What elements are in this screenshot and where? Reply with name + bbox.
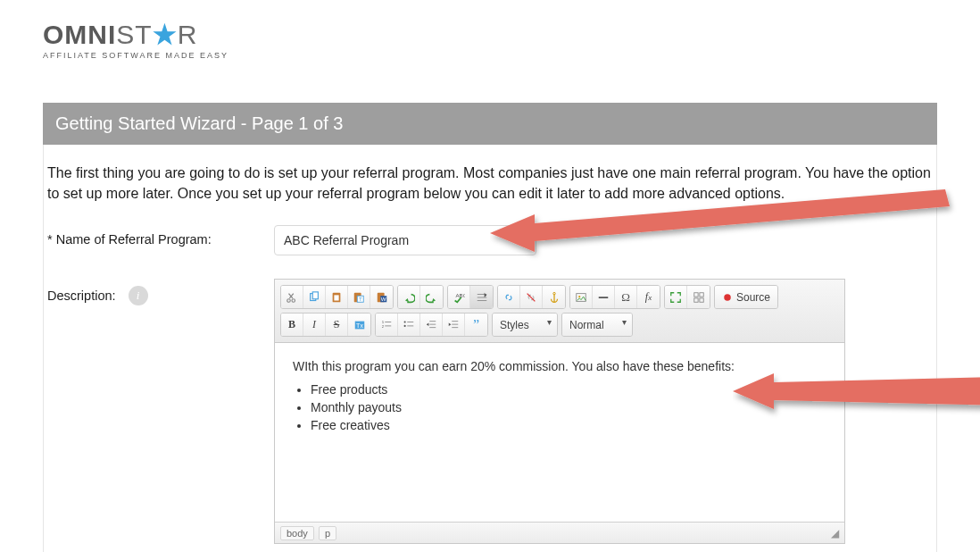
copy-button[interactable] (303, 286, 326, 308)
bold-button[interactable]: B (281, 314, 303, 336)
svg-rect-21 (693, 298, 697, 302)
link-button[interactable] (498, 286, 520, 308)
spellcheck-button[interactable]: ABC (448, 286, 470, 308)
paste-text-button[interactable]: T (348, 286, 370, 308)
logo-tagline: AFFILIATE SOFTWARE MADE EASY (43, 51, 980, 60)
editor-toolbar: T W ABC (275, 280, 844, 343)
list-item: Free creatives (311, 418, 826, 432)
source-button-label: Source (736, 291, 770, 304)
label-description: Description: i (47, 279, 274, 305)
horizontal-rule-button[interactable] (593, 286, 615, 308)
svg-rect-22 (699, 298, 702, 302)
wizard-panel: The first thing you are going to do is s… (43, 145, 937, 552)
svg-rect-19 (693, 293, 697, 297)
unlink-button[interactable] (520, 286, 543, 308)
source-button[interactable]: Source (715, 286, 777, 308)
svg-text:2: 2 (382, 324, 385, 329)
svg-rect-11 (380, 296, 386, 302)
svg-text:Tx: Tx (356, 322, 363, 329)
logo-pre: OMNI (43, 20, 116, 49)
svg-rect-3 (311, 294, 316, 301)
svg-rect-5 (333, 293, 341, 303)
rich-text-editor: T W ABC (274, 279, 845, 544)
input-program-name[interactable] (274, 225, 536, 255)
svg-text:W: W (380, 295, 386, 301)
list-item: Monthly payouts (311, 400, 826, 414)
row-description: Description: i T W (44, 273, 936, 552)
spellcheck-options-button[interactable] (470, 286, 493, 308)
editor-benefits-list: Free products Monthly payouts Free creat… (311, 382, 826, 432)
anchor-button[interactable] (543, 286, 565, 308)
show-blocks-button[interactable] (687, 286, 710, 308)
svg-point-31 (404, 325, 406, 327)
svg-rect-20 (699, 293, 702, 297)
styles-select[interactable]: Styles (493, 314, 557, 336)
editor-paragraph: WIth this program you can earn 20% commi… (293, 359, 826, 373)
blockquote-button[interactable]: ” (465, 314, 487, 336)
strike-button[interactable]: S (326, 314, 348, 336)
svg-rect-16 (577, 294, 586, 302)
remove-format-button[interactable]: Tx (348, 314, 370, 336)
svg-rect-7 (354, 293, 361, 303)
svg-rect-10 (377, 293, 384, 303)
unordered-list-button[interactable] (398, 314, 420, 336)
editor-status-bar: body p ◢ (275, 522, 844, 543)
paste-word-button[interactable]: W (370, 286, 393, 308)
special-char-button[interactable]: Ω (615, 286, 637, 308)
intro-text: The first thing you are going to do is s… (44, 163, 936, 220)
math-button[interactable]: fx (637, 286, 660, 308)
svg-rect-24 (354, 322, 364, 330)
format-select[interactable]: Normal (562, 314, 632, 336)
svg-point-23 (724, 294, 731, 301)
logo-post: R (178, 20, 198, 49)
redo-button[interactable] (420, 286, 443, 308)
maximize-button[interactable] (665, 286, 687, 308)
svg-rect-6 (334, 295, 338, 300)
logo: OMNIST★R AFFILIATE SOFTWARE MADE EASY (0, 0, 980, 69)
row-program-name: * Name of Referral Program: (44, 220, 936, 273)
label-program-name: * Name of Referral Program: (47, 225, 274, 247)
cut-button[interactable] (281, 286, 303, 308)
svg-rect-4 (312, 292, 318, 299)
svg-text:T: T (359, 295, 362, 301)
outdent-button[interactable] (420, 314, 443, 336)
editor-content[interactable]: WIth this program you can earn 20% commi… (275, 343, 844, 522)
resize-grip-icon[interactable]: ◢ (831, 527, 839, 539)
svg-point-15 (552, 292, 555, 295)
svg-rect-8 (357, 296, 363, 302)
ordered-list-button[interactable]: 12 (376, 314, 398, 336)
svg-line-14 (527, 294, 536, 302)
svg-point-30 (404, 321, 406, 322)
undo-button[interactable] (398, 286, 420, 308)
path-body[interactable]: body (280, 526, 314, 540)
wizard-titlebar: Getting Started Wizard - Page 1 of 3 (43, 103, 937, 145)
svg-point-2 (292, 299, 295, 303)
svg-point-17 (578, 296, 580, 297)
image-button[interactable] (570, 286, 593, 308)
list-item: Free products (311, 382, 826, 397)
paste-button[interactable] (326, 286, 348, 308)
svg-point-1 (287, 299, 291, 303)
path-p[interactable]: p (319, 526, 336, 540)
indent-button[interactable] (443, 314, 465, 336)
svg-text:1: 1 (382, 320, 385, 324)
logo-mid: ST (116, 20, 152, 49)
svg-text:ABC: ABC (456, 292, 466, 298)
italic-button[interactable]: I (303, 314, 326, 336)
info-icon[interactable]: i (129, 286, 148, 305)
logo-star: ★ (153, 20, 178, 49)
label-description-text: Description: (47, 289, 116, 303)
format-select-wrap[interactable]: Normal (561, 313, 633, 337)
styles-select-wrap[interactable]: Styles (492, 313, 558, 337)
